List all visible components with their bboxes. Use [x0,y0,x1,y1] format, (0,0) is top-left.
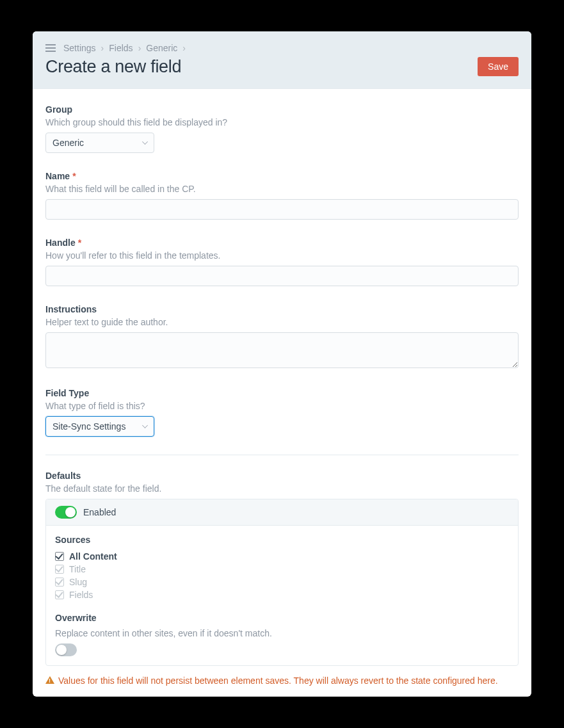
required-indicator: * [72,171,76,181]
field-instructions: Helper text to guide the author. [45,317,519,327]
source-label: Title [69,564,86,574]
source-option-fields: Fields [55,588,509,601]
breadcrumb: Settings › Fields › Generic › [45,43,519,53]
field-instructions: Which group should this field be display… [45,117,519,127]
field-type-select[interactable]: Site-Sync Settings [45,416,154,437]
source-label: Slug [69,577,87,587]
chevron-right-icon: › [182,43,186,53]
field-label: Group [45,104,519,115]
handle-input[interactable] [45,266,519,286]
breadcrumb-item[interactable]: Settings [63,43,96,53]
sources-list: All Content Title Slug Fields [55,550,509,601]
instructions-textarea[interactable] [45,332,519,368]
form-body: Group Which group should this field be d… [33,89,531,697]
overwrite-toggle[interactable] [55,643,77,656]
field-label: Handle* [45,238,519,248]
required-indicator: * [78,238,81,248]
persist-notice: Values for this field will not persist b… [45,675,519,688]
defaults-panel: Enabled Sources All Content Title [45,499,519,666]
warning-icon [45,676,54,684]
source-option-slug: Slug [55,576,509,588]
enabled-toggle[interactable] [55,506,77,519]
app-window: Settings › Fields › Generic › Create a n… [33,31,531,697]
chevron-right-icon: › [101,43,104,53]
breadcrumb-item[interactable]: Generic [146,43,177,53]
checkbox-icon [55,590,64,599]
divider [45,455,519,455]
field-instructions: What type of field is this? [45,401,519,411]
field-name: Name* What this field will be called in … [45,171,519,220]
breadcrumb-item[interactable]: Fields [109,43,133,53]
field-label: Instructions [45,304,519,314]
defaults-inner: Sources All Content Title Slug [46,526,518,665]
checkbox-icon[interactable] [55,552,64,561]
field-handle: Handle* How you'll refer to this field i… [45,238,519,286]
save-button[interactable]: Save [478,57,519,76]
notice-text: Values for this field will not persist b… [58,675,498,688]
menu-icon[interactable] [45,44,56,52]
group-select[interactable]: Generic [45,133,154,153]
checkbox-icon [55,565,64,574]
field-instructions: How you'll refer to this field in the te… [45,250,519,261]
field-type-select-wrap: Site-Sync Settings [45,416,154,437]
overwrite-instructions: Replace content in other sites, even if … [55,628,509,638]
field-label: Field Type [45,388,519,398]
enabled-label: Enabled [83,507,116,517]
source-label: All Content [69,551,117,562]
page-title: Create a new field [45,57,519,77]
chevron-right-icon: › [138,43,141,53]
overwrite-heading: Overwrite [55,613,509,623]
source-option-title: Title [55,563,509,576]
group-select-wrap: Generic [45,133,154,153]
field-instructions-text: Instructions Helper text to guide the au… [45,304,519,370]
field-instructions: The default state for the field. [45,483,519,494]
sources-heading: Sources [55,535,509,545]
field-defaults: Defaults The default state for the field… [45,471,519,666]
field-label: Defaults [45,471,519,481]
field-label: Name* [45,171,519,181]
field-type: Field Type What type of field is this? S… [45,388,519,437]
field-instructions: What this field will be called in the CP… [45,184,519,194]
source-label: Fields [69,590,93,600]
name-input[interactable] [45,199,519,220]
source-option-all-content[interactable]: All Content [55,550,509,563]
checkbox-icon [55,578,64,586]
page-header: Settings › Fields › Generic › Create a n… [33,31,531,89]
field-group: Group Which group should this field be d… [45,104,519,153]
defaults-enabled-row: Enabled [46,499,518,526]
